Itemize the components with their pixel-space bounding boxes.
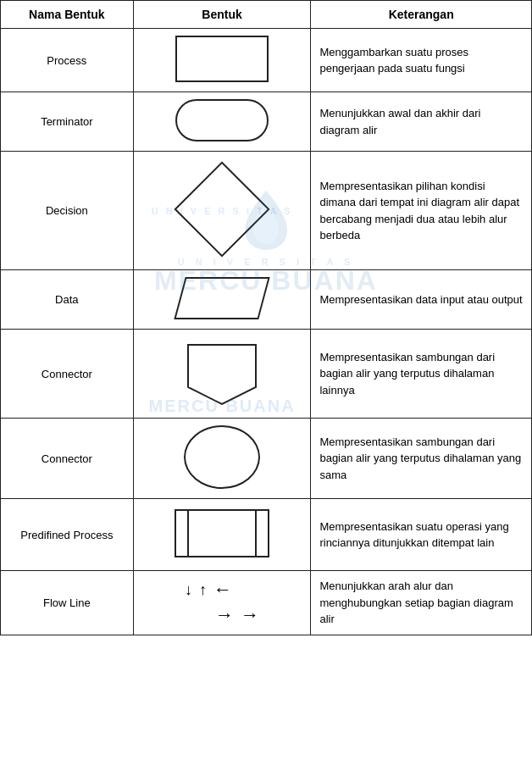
row-shape-6 [133, 499, 311, 571]
row-desc-6: Mempresentasikan suatu operasi yang rinc… [311, 499, 532, 571]
circle-shape [184, 425, 260, 489]
row-name-5: Connector [1, 419, 134, 499]
parallelogram-shape [174, 277, 269, 319]
row-shape-1 [133, 92, 311, 152]
row-name-0: Process [1, 29, 134, 92]
row-name-4: Connector [1, 330, 134, 419]
row-shape-7: ↓ ↑ ← → → [133, 571, 311, 635]
svg-marker-0 [188, 345, 256, 404]
row-name-6: Predifined Process [1, 499, 134, 571]
svg-rect-1 [175, 510, 269, 557]
row-desc-4: Mempresentasikan sambungan dari bagian a… [311, 330, 532, 419]
row-desc-1: Menunjukkan awal dan akhir dari diagram … [311, 92, 532, 152]
row-shape-5 [133, 419, 311, 499]
row-desc-7: Menunjukkan arah alur dan menghubungkan … [311, 571, 532, 635]
row-shape-2: U N I V E R S I T A S [133, 152, 311, 270]
row-desc-0: Menggambarkan suatu proses pengerjaan pa… [311, 29, 532, 92]
row-desc-3: Mempresentasikan data input atau output [311, 270, 532, 330]
row-name-3: Data [1, 270, 134, 330]
row-desc-2: Mempresentasikan pilihan kondisi dimana … [311, 152, 532, 270]
flowline-shape: ↓ ↑ ← → → [185, 579, 259, 626]
row-name-2: Decision [1, 152, 134, 270]
row-desc-5: Mempresentasikan sambungan dari bagian a… [311, 419, 532, 499]
row-name-1: Terminator [1, 92, 134, 152]
predefined-shape [171, 506, 273, 561]
process-shape [175, 36, 269, 82]
row-shape-3 [133, 270, 311, 330]
terminator-shape [175, 99, 269, 141]
col-header-desc: Keterangan [311, 1, 532, 29]
row-name-7: Flow Line [1, 571, 134, 635]
flowchart-table: Nama Bentuk Bentuk Keterangan ProcessMen… [0, 0, 532, 635]
diamond-shape [174, 161, 269, 257]
col-header-shape: Bentuk [133, 1, 311, 29]
row-shape-0 [133, 29, 311, 92]
pentagon-shape [180, 336, 264, 408]
row-shape-4: MERCU BUANA [133, 330, 311, 419]
col-header-name: Nama Bentuk [1, 1, 134, 29]
